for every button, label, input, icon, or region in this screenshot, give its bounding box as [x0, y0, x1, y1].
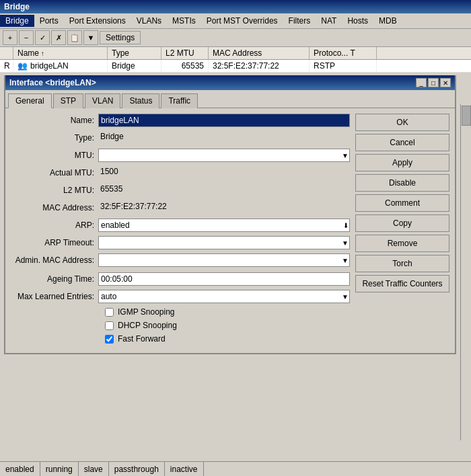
name-label: Name:	[11, 116, 98, 125]
copy-button[interactable]: 📋	[67, 30, 82, 45]
col-l2mtu[interactable]: L2 MTU	[161, 47, 209, 59]
menu-nat[interactable]: NAT	[316, 15, 342, 27]
col-protocol[interactable]: Protoco... T	[310, 47, 377, 59]
cancel-button[interactable]: ✗	[51, 30, 66, 45]
dhcp-label: DHCP Snooping	[118, 321, 177, 330]
max-learned-wrapper: ▼	[98, 290, 350, 303]
ageing-label: Ageing Time:	[11, 274, 98, 284]
menu-port-mst[interactable]: Port MST Overrides	[201, 15, 283, 27]
tab-vlan[interactable]: VLAN	[85, 93, 120, 108]
igmp-row: IGMP Snooping	[11, 307, 350, 317]
col-flag[interactable]	[0, 47, 13, 59]
fast-forward-label: Fast Forward	[118, 334, 166, 344]
row-flag: R	[0, 60, 13, 72]
dhcp-checkbox[interactable]	[105, 321, 114, 330]
igmp-label: IGMP Snooping	[118, 307, 175, 317]
dialog-title-bar: Interface <bridgeLAN> _ □ ✕	[5, 75, 455, 90]
menu-bridge[interactable]: Bridge	[0, 15, 34, 27]
dhcp-row: DHCP Snooping	[11, 321, 350, 330]
cancel-button[interactable]: Cancel	[355, 134, 449, 151]
col-name[interactable]: Name	[13, 47, 108, 59]
fast-forward-checkbox[interactable]	[105, 335, 114, 344]
admin-mac-row: Admin. MAC Address: ▼	[11, 253, 350, 267]
ageing-input[interactable]	[98, 272, 350, 286]
tab-stp[interactable]: STP	[53, 93, 83, 108]
tab-bar: General STP VLAN Status Traffic	[5, 90, 455, 108]
status-enabled: enabled	[0, 462, 40, 476]
tab-general[interactable]: General	[8, 93, 52, 108]
menu-filters[interactable]: Filters	[283, 15, 316, 27]
igmp-checkbox[interactable]	[105, 308, 114, 317]
menu-mstis[interactable]: MSTIs	[167, 15, 201, 27]
row-mac: 32:5F:E2:37:77:22	[209, 60, 310, 72]
actual-mtu-value: 1500	[98, 166, 350, 180]
arp-label: ARP:	[11, 221, 98, 230]
remove-button[interactable]: −	[19, 30, 34, 45]
name-input[interactable]	[98, 114, 350, 127]
arp-timeout-wrapper: ▼	[98, 236, 350, 249]
menu-port-extensions[interactable]: Port Extensions	[64, 15, 131, 27]
tab-traffic[interactable]: Traffic	[161, 93, 198, 108]
menu-bar: Bridge Ports Port Extensions VLANs MSTIs…	[0, 13, 471, 29]
admin-mac-input[interactable]	[98, 253, 350, 267]
toolbar: + − ✓ ✗ 📋 ▼ Settings	[0, 29, 471, 47]
max-learned-input[interactable]	[98, 290, 350, 303]
mac-label: MAC Address:	[11, 203, 98, 212]
actual-mtu-row: Actual MTU: 1500	[11, 166, 350, 180]
l2mtu-value: 65535	[98, 184, 350, 197]
tab-status[interactable]: Status	[122, 93, 159, 108]
mtu-input[interactable]	[98, 149, 350, 162]
disable-button[interactable]: Disable	[355, 174, 449, 192]
close-button[interactable]: ✕	[440, 78, 451, 87]
arp-input[interactable]	[98, 219, 350, 232]
row-l2mtu: 65535	[161, 60, 209, 72]
form-area: Name: Type: Bridge MTU: ▼ Actual MTU: 15…	[11, 114, 350, 348]
copy-side-button[interactable]: Copy	[355, 214, 449, 232]
fast-forward-row: Fast Forward	[11, 334, 350, 344]
mac-row: MAC Address: 32:5F:E2:37:77:22	[11, 201, 350, 214]
apply-button[interactable]: Apply	[355, 154, 449, 171]
comment-button[interactable]: Comment	[355, 194, 449, 212]
maximize-button[interactable]: □	[428, 78, 439, 87]
col-mac[interactable]: MAC Address	[209, 47, 310, 59]
name-row: Name:	[11, 114, 350, 127]
type-label: Type:	[11, 133, 98, 143]
scrollbar[interactable]	[460, 104, 471, 440]
arp-timeout-input[interactable]	[98, 236, 350, 249]
l2mtu-label: L2 MTU:	[11, 186, 98, 195]
minimize-button[interactable]: _	[416, 78, 427, 87]
scroll-thumb[interactable]	[462, 106, 471, 126]
add-button[interactable]: +	[3, 30, 17, 45]
table-row[interactable]: R 👥 bridgeLAN Bridge 65535 32:5F:E2:37:7…	[0, 60, 471, 73]
arp-timeout-row: ARP Timeout: ▼	[11, 236, 350, 249]
dialog: Interface <bridgeLAN> _ □ ✕ General STP …	[4, 75, 456, 354]
side-buttons: OK Cancel Apply Disable Comment Copy Rem…	[355, 114, 449, 348]
window-title: Bridge	[4, 2, 30, 11]
status-inactive: inactive	[165, 462, 204, 476]
menu-vlans[interactable]: VLANs	[131, 15, 167, 27]
admin-mac-label: Admin. MAC Address:	[11, 255, 98, 265]
menu-mdb[interactable]: MDB	[373, 15, 402, 27]
torch-button[interactable]: Torch	[355, 255, 449, 272]
dialog-title-buttons: _ □ ✕	[416, 78, 451, 87]
filter-button[interactable]: ▼	[83, 30, 98, 45]
row-protocol: RSTP	[310, 60, 377, 72]
check-button[interactable]: ✓	[35, 30, 50, 45]
arp-timeout-label: ARP Timeout:	[11, 238, 98, 247]
menu-ports[interactable]: Ports	[34, 15, 64, 27]
reset-traffic-button[interactable]: Reset Traffic Counters	[355, 275, 449, 292]
remove-button[interactable]: Remove	[355, 235, 449, 252]
admin-mac-wrapper: ▼	[98, 253, 350, 267]
ok-button[interactable]: OK	[355, 114, 449, 131]
title-bar: Bridge	[0, 0, 471, 13]
menu-hosts[interactable]: Hosts	[342, 15, 373, 27]
status-passthrough: passthrough	[109, 462, 165, 476]
status-bar: enabled running slave passthrough inacti…	[0, 461, 471, 476]
row-type: Bridge	[108, 60, 161, 72]
arp-wrapper: ⬇	[98, 219, 350, 232]
arp-row: ARP: ⬇	[11, 219, 350, 232]
mac-value: 32:5F:E2:37:77:22	[98, 201, 350, 214]
settings-button[interactable]: Settings	[100, 31, 141, 44]
dialog-title: Interface <bridgeLAN>	[9, 78, 96, 87]
col-type[interactable]: Type	[108, 47, 161, 59]
